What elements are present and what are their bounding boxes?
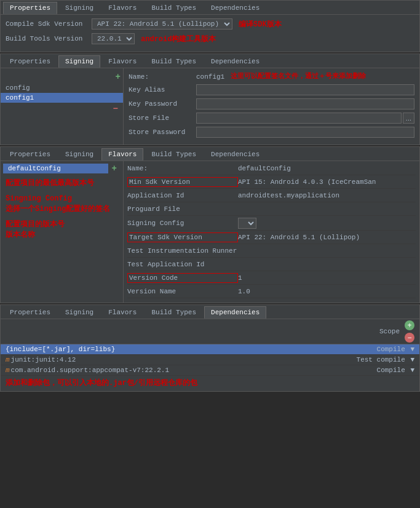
annotation-box-2: Singning Config 选择一个Singing配置好的签名 bbox=[1, 191, 123, 217]
add-dep-button[interactable]: + bbox=[405, 320, 414, 330]
compile-sdk-dropdown[interactable]: API 22: Android 5.1 (Lollipop) bbox=[92, 18, 232, 30]
app-id-value: androidtest.myapplication bbox=[238, 191, 416, 200]
panel-properties: Properties Signing Flavors Build Types D… bbox=[0, 0, 420, 52]
tab-buildtypes-2[interactable]: Build Types bbox=[145, 55, 203, 68]
remove-config-button[interactable]: − bbox=[113, 104, 118, 114]
dep-header: Scope + − bbox=[1, 319, 419, 344]
panel-flavors: Properties Signing Flavors Build Types D… bbox=[0, 146, 420, 303]
tab-flavors-2[interactable]: Flavors bbox=[101, 55, 143, 68]
panel1-content: Compile Sdk Version API 22: Android 5.1 … bbox=[1, 15, 419, 52]
dep-icon-2: m bbox=[6, 367, 10, 374]
flavor-left-panel: defaultConfig + 配置项目的最低最高版本号 Singning Co… bbox=[1, 161, 124, 303]
test-app-id-value bbox=[238, 263, 416, 266]
dep-controls: + − bbox=[405, 320, 414, 343]
tab-properties-3[interactable]: Properties bbox=[3, 148, 57, 161]
scope-header-label: Scope bbox=[379, 328, 400, 335]
target-sdk-value: API 22: Android 5.1 (Lollipop) bbox=[238, 232, 416, 242]
key-password-input[interactable] bbox=[196, 98, 414, 109]
panel2-body: + config config1 − Name: config1 这里可以配置签… bbox=[1, 68, 419, 145]
store-file-browse-button[interactable]: ... bbox=[403, 113, 414, 124]
flavor-list-header: defaultConfig + bbox=[1, 161, 123, 176]
dep-scope-0: Compile ▼ bbox=[353, 346, 414, 353]
annotation-box-1: 配置项目的最低最高版本号 bbox=[1, 176, 123, 191]
store-file-field: ... bbox=[196, 113, 414, 124]
min-sdk-label: Min Sdk Version bbox=[127, 177, 238, 187]
store-password-row: Store Password bbox=[129, 127, 414, 138]
flavor-right-panel: Name: defaultConfig Min Sdk Version API … bbox=[124, 161, 419, 303]
store-file-input[interactable] bbox=[196, 113, 402, 124]
tab-signing-1[interactable]: Signing bbox=[58, 2, 100, 14]
signing-config-label: Signing Config bbox=[127, 218, 238, 228]
signing-config-list: + config config1 − bbox=[1, 68, 124, 145]
key-alias-input[interactable] bbox=[196, 84, 414, 95]
target-sdk-row: Target Sdk Version API 22: Android 5.1 (… bbox=[127, 232, 416, 244]
proguard-value bbox=[238, 208, 416, 210]
signing-annotation: 这里可以配置签名文件，通过＋号来添加删除 bbox=[231, 72, 366, 81]
annotation-signing-config: Singning Config 选择一个Singing配置好的签名 bbox=[6, 194, 118, 215]
annotation-compile-sdk: 编译SDK版本 bbox=[239, 19, 282, 30]
store-password-input[interactable] bbox=[196, 127, 414, 138]
test-app-id-label: Test Application Id bbox=[127, 260, 238, 269]
tab-properties-1[interactable]: Properties bbox=[3, 2, 57, 14]
target-sdk-label: Target Sdk Version bbox=[127, 232, 238, 242]
version-code-row: Version Code 1 bbox=[127, 273, 416, 285]
app-id-row: Application Id androidtest.myapplication bbox=[127, 191, 416, 202]
tab-dependencies-4[interactable]: Dependencies bbox=[204, 306, 266, 319]
name-row: Name: config1 这里可以配置签名文件，通过＋号来添加删除 bbox=[129, 72, 414, 81]
dep-name-0: {include=[*.jar], dir=libs} bbox=[6, 346, 353, 353]
config-item-1[interactable]: config1 bbox=[1, 93, 123, 103]
signing-config-select[interactable] bbox=[238, 218, 256, 229]
tab-signing-4[interactable]: Signing bbox=[58, 306, 100, 319]
annotation-box-3: 配置项目的版本号 版本名称 bbox=[1, 217, 123, 243]
store-file-row: Store File ... bbox=[129, 113, 414, 124]
compile-sdk-row: Compile Sdk Version API 22: Android 5.1 … bbox=[6, 18, 414, 30]
version-name-row: Version Name 1.0 bbox=[127, 287, 416, 298]
dep-row-1[interactable]: m junit:junit:4.12 Test compile ▼ bbox=[1, 355, 419, 365]
panel4-tab-bar: Properties Signing Flavors Build Types D… bbox=[1, 305, 419, 319]
name-value: config1 bbox=[196, 73, 224, 81]
tab-dependencies-3[interactable]: Dependencies bbox=[204, 148, 266, 161]
tab-signing-2[interactable]: Signing bbox=[58, 55, 100, 68]
dep-icon-1: m bbox=[6, 356, 10, 363]
version-name-value: 1.0 bbox=[238, 287, 416, 296]
tab-flavors-4[interactable]: Flavors bbox=[101, 306, 143, 319]
store-password-label: Store Password bbox=[129, 129, 196, 136]
signing-config-row: Signing Config bbox=[127, 218, 416, 231]
dep-annotation: 添加和删除包，可以引入本地的.jar包/引用远程仓库的包 bbox=[6, 379, 197, 387]
proguard-label: Proguard File bbox=[127, 204, 238, 214]
flavor-name-row: Name: defaultConfig bbox=[127, 164, 416, 175]
dep-scope-2: Compile ▼ bbox=[353, 367, 414, 374]
tab-buildtypes-3[interactable]: Build Types bbox=[145, 148, 203, 161]
tab-dependencies-2[interactable]: Dependencies bbox=[204, 55, 266, 68]
dep-row-2[interactable]: m com.android.support:appcompat-v7:22.2.… bbox=[1, 365, 419, 376]
flavor-name-label: Name: bbox=[127, 164, 238, 173]
tab-buildtypes-1[interactable]: Build Types bbox=[145, 2, 203, 14]
build-tools-dropdown[interactable]: 22.0.1 bbox=[92, 33, 135, 44]
tab-dependencies-1[interactable]: Dependencies bbox=[204, 2, 266, 14]
tab-signing-3[interactable]: Signing bbox=[58, 148, 100, 161]
annotation-version-range: 配置项目的最低最高版本号 bbox=[6, 178, 118, 189]
tab-buildtypes-4[interactable]: Build Types bbox=[145, 306, 203, 319]
key-password-label: Key Password bbox=[129, 100, 196, 108]
remove-dep-button[interactable]: − bbox=[405, 333, 414, 343]
tab-flavors-1[interactable]: Flavors bbox=[101, 2, 143, 14]
version-code-label: Version Code bbox=[127, 273, 238, 283]
dep-name-2: com.android.support:appcompat-v7:22.2.1 bbox=[11, 367, 353, 374]
config-item-0[interactable]: config bbox=[1, 83, 123, 93]
min-sdk-row: Min Sdk Version API 15: Android 4.0.3 (I… bbox=[127, 177, 416, 189]
tab-flavors-3[interactable]: Flavors bbox=[101, 148, 143, 161]
test-runner-row: Test Instrumentation Runner bbox=[127, 246, 416, 258]
dep-row-0[interactable]: {include=[*.jar], dir=libs} Compile ▼ bbox=[1, 344, 419, 355]
min-sdk-value: API 15: Android 4.0.3 (IceCreamSan bbox=[238, 177, 416, 187]
panel1-tab-bar: Properties Signing Flavors Build Types D… bbox=[1, 1, 419, 15]
annotation-version: 配置项目的版本号 版本名称 bbox=[6, 220, 118, 240]
add-flavor-button[interactable]: + bbox=[108, 162, 121, 175]
add-config-button[interactable]: + bbox=[116, 72, 121, 82]
test-runner-value bbox=[238, 250, 416, 252]
panel-signing: Properties Signing Flavors Build Types D… bbox=[0, 54, 420, 145]
tab-properties-2[interactable]: Properties bbox=[3, 55, 57, 68]
default-config-item[interactable]: defaultConfig bbox=[3, 164, 108, 173]
panel3-body: defaultConfig + 配置项目的最低最高版本号 Singning Co… bbox=[1, 161, 419, 303]
build-tools-row: Build Tools Version 22.0.1 android构建工具版本 bbox=[6, 33, 414, 44]
tab-properties-4[interactable]: Properties bbox=[3, 306, 57, 319]
